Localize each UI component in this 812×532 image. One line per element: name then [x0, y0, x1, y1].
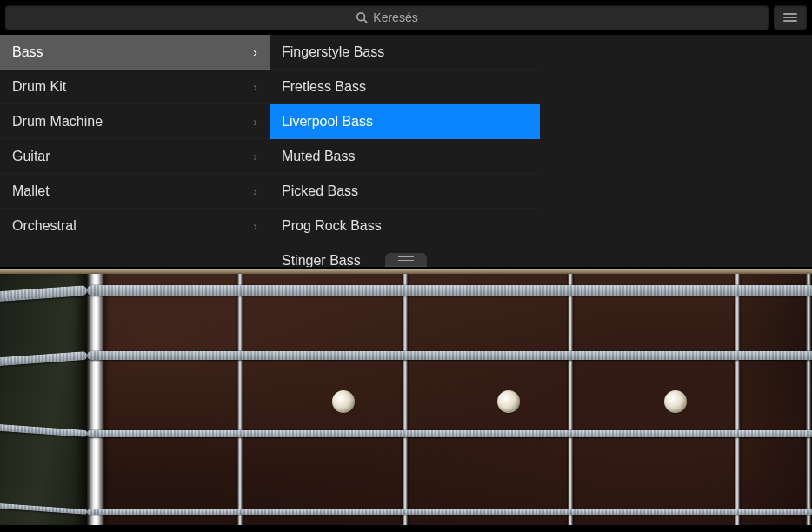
fretboard-top-bevel [0, 269, 812, 274]
drag-handle-icon [398, 256, 414, 263]
svg-point-0 [357, 13, 365, 21]
chevron-right-icon: › [253, 115, 257, 129]
search-input[interactable]: Keresés [5, 5, 769, 30]
instrument-label: Picked Bass [282, 183, 358, 199]
fret [568, 269, 573, 532]
instrument-label: Fingerstyle Bass [282, 44, 384, 60]
instrument-item[interactable]: Liverpool Bass [270, 104, 540, 139]
category-label: Guitar [12, 149, 50, 164]
chevron-right-icon: › [253, 150, 257, 163]
chevron-right-icon: › [253, 45, 257, 59]
instrument-item[interactable]: Fingerstyle Bass [270, 35, 540, 70]
category-item[interactable]: Mallet› [0, 174, 270, 209]
category-list[interactable]: Bass›Drum Kit›Drum Machine›Guitar›Mallet… [0, 35, 270, 267]
category-item[interactable]: Guitar› [0, 139, 270, 174]
app-root: Keresés Bass›Drum Kit›Drum Machine›Guita… [0, 0, 812, 532]
instrument-label: Prog Rock Bass [282, 218, 382, 234]
headstock [0, 269, 87, 532]
category-label: Drum Kit [12, 79, 66, 95]
category-item[interactable]: Orchestral› [0, 209, 270, 243]
svg-line-1 [364, 20, 368, 23]
drag-handle[interactable] [385, 253, 427, 267]
fret [403, 269, 408, 532]
instrument-picker: Bass›Drum Kit›Drum Machine›Guitar›Mallet… [0, 35, 812, 267]
fret-marker-dot [497, 390, 520, 413]
fret [735, 269, 740, 532]
fret [806, 269, 811, 532]
menu-icon [783, 13, 797, 22]
instrument-item[interactable]: Fretless Bass [270, 70, 540, 104]
category-item[interactable]: Drum Kit› [0, 70, 270, 104]
fret-marker-dot [664, 390, 687, 413]
instrument-item[interactable]: Prog Rock Bass [270, 209, 540, 243]
chevron-right-icon: › [253, 184, 257, 198]
instrument-item[interactable]: Picked Bass [270, 174, 540, 209]
category-label: Mallet [12, 183, 50, 199]
chevron-right-icon: › [253, 219, 257, 233]
menu-button[interactable] [774, 5, 807, 30]
search-placeholder: Keresés [373, 10, 417, 24]
instrument-list-empty [540, 35, 812, 267]
category-item[interactable]: Bass› [0, 35, 270, 70]
instrument-label: Muted Bass [282, 149, 355, 164]
chevron-right-icon: › [253, 80, 257, 94]
bass-fretboard[interactable] [0, 267, 812, 532]
instrument-label: Stinger Bass [282, 253, 361, 268]
fretboard-bottom-bevel [0, 525, 812, 532]
fret [237, 269, 243, 532]
category-label: Bass [12, 44, 43, 60]
category-label: Orchestral [12, 218, 77, 234]
nut [87, 269, 104, 532]
fret-marker-dot [332, 390, 355, 413]
category-label: Drum Machine [12, 114, 103, 130]
instrument-label: Liverpool Bass [282, 114, 373, 130]
instrument-item[interactable]: Muted Bass [270, 139, 540, 174]
search-bar: Keresés [0, 0, 812, 35]
search-icon [356, 11, 368, 23]
instrument-label: Fretless Bass [282, 79, 366, 95]
instrument-list[interactable]: Fingerstyle BassFretless BassLiverpool B… [270, 35, 540, 267]
category-item[interactable]: Drum Machine› [0, 104, 270, 139]
